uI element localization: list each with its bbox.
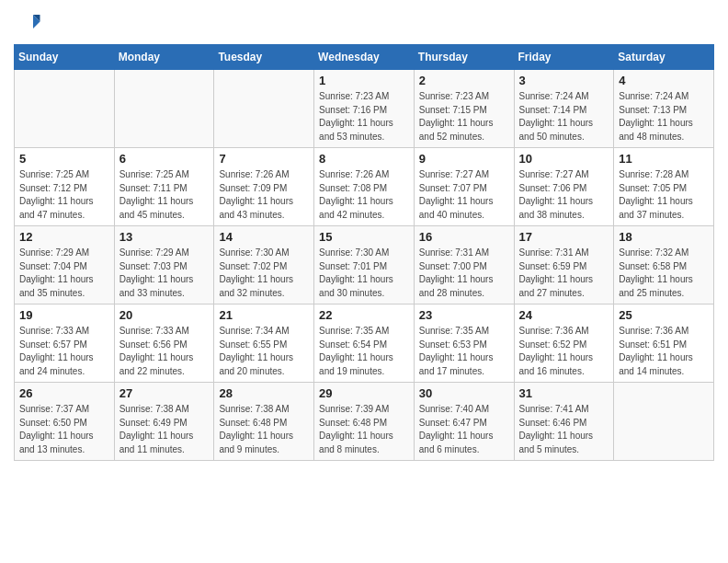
logo [14,9,45,37]
calendar-cell [114,70,214,148]
calendar-table: SundayMondayTuesdayWednesdayThursdayFrid… [14,44,714,461]
calendar-cell: 8Sunrise: 7:26 AM Sunset: 7:08 PM Daylig… [314,148,415,226]
day-number: 18 [619,230,709,244]
cell-info: Sunrise: 7:37 AM Sunset: 6:50 PM Dayligh… [19,403,109,456]
col-header-tuesday: Tuesday [214,45,314,70]
cell-info: Sunrise: 7:34 AM Sunset: 6:55 PM Dayligh… [219,325,309,378]
day-number: 24 [519,308,609,322]
week-row-1: 1Sunrise: 7:23 AM Sunset: 7:16 PM Daylig… [15,70,714,148]
calendar-cell [214,70,314,148]
calendar-cell: 1Sunrise: 7:23 AM Sunset: 7:16 PM Daylig… [314,70,415,148]
day-number: 27 [119,386,210,400]
calendar-cell: 3Sunrise: 7:24 AM Sunset: 7:14 PM Daylig… [514,70,614,148]
calendar-cell: 24Sunrise: 7:36 AM Sunset: 6:52 PM Dayli… [514,304,614,383]
day-number: 13 [119,230,210,244]
day-number: 20 [119,308,210,322]
calendar-cell: 13Sunrise: 7:29 AM Sunset: 7:03 PM Dayli… [114,226,214,304]
day-number: 30 [419,386,509,400]
logo-icon [14,9,41,37]
calendar-cell: 15Sunrise: 7:30 AM Sunset: 7:01 PM Dayli… [314,226,415,304]
col-header-friday: Friday [514,45,614,70]
col-header-sunday: Sunday [15,45,115,70]
calendar-cell: 25Sunrise: 7:36 AM Sunset: 6:51 PM Dayli… [614,304,714,383]
col-header-wednesday: Wednesday [314,45,415,70]
cell-info: Sunrise: 7:31 AM Sunset: 7:00 PM Dayligh… [419,247,509,300]
week-row-4: 19Sunrise: 7:33 AM Sunset: 6:57 PM Dayli… [15,304,714,383]
col-header-saturday: Saturday [614,45,714,70]
day-number: 21 [219,308,309,322]
cell-info: Sunrise: 7:41 AM Sunset: 6:46 PM Dayligh… [519,403,609,456]
cell-info: Sunrise: 7:30 AM Sunset: 7:01 PM Dayligh… [319,247,409,300]
day-number: 3 [519,74,609,87]
cell-info: Sunrise: 7:27 AM Sunset: 7:07 PM Dayligh… [419,168,509,222]
day-number: 7 [219,152,309,166]
calendar-cell: 27Sunrise: 7:38 AM Sunset: 6:49 PM Dayli… [114,383,214,461]
calendar-cell: 20Sunrise: 7:33 AM Sunset: 6:56 PM Dayli… [114,304,214,383]
cell-info: Sunrise: 7:23 AM Sunset: 7:16 PM Dayligh… [319,90,409,144]
cell-info: Sunrise: 7:24 AM Sunset: 7:13 PM Dayligh… [619,90,709,144]
day-number: 29 [319,386,409,400]
calendar-cell: 29Sunrise: 7:39 AM Sunset: 6:48 PM Dayli… [314,383,415,461]
calendar-cell: 17Sunrise: 7:31 AM Sunset: 6:59 PM Dayli… [514,226,614,304]
col-header-thursday: Thursday [414,45,514,70]
day-number: 4 [619,74,709,87]
cell-info: Sunrise: 7:33 AM Sunset: 6:56 PM Dayligh… [119,325,210,378]
week-row-2: 5Sunrise: 7:25 AM Sunset: 7:12 PM Daylig… [15,148,714,226]
calendar-cell: 23Sunrise: 7:35 AM Sunset: 6:53 PM Dayli… [414,304,514,383]
day-number: 19 [19,308,109,322]
cell-info: Sunrise: 7:36 AM Sunset: 6:52 PM Dayligh… [519,325,609,378]
cell-info: Sunrise: 7:28 AM Sunset: 7:05 PM Dayligh… [619,168,709,222]
calendar-cell: 18Sunrise: 7:32 AM Sunset: 6:58 PM Dayli… [614,226,714,304]
cell-info: Sunrise: 7:26 AM Sunset: 7:08 PM Dayligh… [319,168,409,222]
cell-info: Sunrise: 7:26 AM Sunset: 7:09 PM Dayligh… [219,168,309,222]
day-number: 16 [419,230,509,244]
calendar-cell [614,383,714,461]
day-number: 17 [519,230,609,244]
day-number: 15 [319,230,409,244]
cell-info: Sunrise: 7:27 AM Sunset: 7:06 PM Dayligh… [519,168,609,222]
day-number: 5 [19,152,109,166]
day-number: 11 [619,152,709,166]
day-number: 2 [419,74,509,87]
cell-info: Sunrise: 7:36 AM Sunset: 6:51 PM Dayligh… [619,325,709,378]
cell-info: Sunrise: 7:38 AM Sunset: 6:48 PM Dayligh… [219,403,309,456]
cell-info: Sunrise: 7:32 AM Sunset: 6:58 PM Dayligh… [619,247,709,300]
calendar-cell: 7Sunrise: 7:26 AM Sunset: 7:09 PM Daylig… [214,148,314,226]
col-header-monday: Monday [114,45,214,70]
cell-info: Sunrise: 7:31 AM Sunset: 6:59 PM Dayligh… [519,247,609,300]
cell-info: Sunrise: 7:29 AM Sunset: 7:04 PM Dayligh… [19,247,109,300]
cell-info: Sunrise: 7:25 AM Sunset: 7:12 PM Dayligh… [19,168,109,222]
day-number: 8 [319,152,409,166]
day-number: 22 [319,308,409,322]
calendar-cell: 5Sunrise: 7:25 AM Sunset: 7:12 PM Daylig… [15,148,115,226]
calendar-cell: 6Sunrise: 7:25 AM Sunset: 7:11 PM Daylig… [114,148,214,226]
calendar-cell: 26Sunrise: 7:37 AM Sunset: 6:50 PM Dayli… [15,383,115,461]
day-number: 1 [319,74,409,87]
day-number: 25 [619,308,709,322]
cell-info: Sunrise: 7:38 AM Sunset: 6:49 PM Dayligh… [119,403,210,456]
calendar-cell: 2Sunrise: 7:23 AM Sunset: 7:15 PM Daylig… [414,70,514,148]
cell-info: Sunrise: 7:33 AM Sunset: 6:57 PM Dayligh… [19,325,109,378]
cell-info: Sunrise: 7:35 AM Sunset: 6:54 PM Dayligh… [319,325,409,378]
day-number: 14 [219,230,309,244]
day-number: 9 [419,152,509,166]
calendar-cell: 4Sunrise: 7:24 AM Sunset: 7:13 PM Daylig… [614,70,714,148]
day-number: 23 [419,308,509,322]
calendar-cell: 9Sunrise: 7:27 AM Sunset: 7:07 PM Daylig… [414,148,514,226]
cell-info: Sunrise: 7:39 AM Sunset: 6:48 PM Dayligh… [319,403,409,456]
cell-info: Sunrise: 7:24 AM Sunset: 7:14 PM Dayligh… [519,90,609,144]
week-row-3: 12Sunrise: 7:29 AM Sunset: 7:04 PM Dayli… [15,226,714,304]
day-number: 26 [19,386,109,400]
calendar-cell: 28Sunrise: 7:38 AM Sunset: 6:48 PM Dayli… [214,383,314,461]
week-row-5: 26Sunrise: 7:37 AM Sunset: 6:50 PM Dayli… [15,383,714,461]
cell-info: Sunrise: 7:23 AM Sunset: 7:15 PM Dayligh… [419,90,509,144]
calendar-cell: 14Sunrise: 7:30 AM Sunset: 7:02 PM Dayli… [214,226,314,304]
cell-info: Sunrise: 7:29 AM Sunset: 7:03 PM Dayligh… [119,247,210,300]
day-number: 10 [519,152,609,166]
cell-info: Sunrise: 7:25 AM Sunset: 7:11 PM Dayligh… [119,168,210,222]
cell-info: Sunrise: 7:40 AM Sunset: 6:47 PM Dayligh… [419,403,509,456]
calendar-cell: 12Sunrise: 7:29 AM Sunset: 7:04 PM Dayli… [15,226,115,304]
calendar-cell: 31Sunrise: 7:41 AM Sunset: 6:46 PM Dayli… [514,383,614,461]
day-number: 31 [519,386,609,400]
calendar-cell [15,70,115,148]
